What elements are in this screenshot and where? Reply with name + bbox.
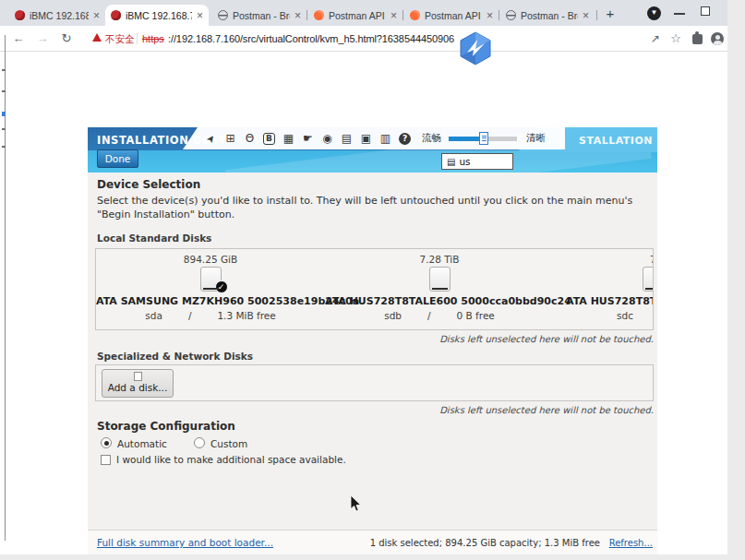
radio-custom[interactable] bbox=[194, 437, 205, 448]
radio-automatic[interactable] bbox=[101, 437, 112, 448]
profile-avatar[interactable] bbox=[711, 32, 724, 45]
combo-key-icon[interactable]: ▦ bbox=[281, 131, 296, 147]
additional-space-label[interactable]: I would like to make additional space av… bbox=[116, 454, 346, 465]
edge-tick bbox=[2, 90, 6, 92]
disk-device: sda bbox=[145, 310, 162, 321]
tab-strip: iBMC 192.168.7.16 × iBMC 192.168.7.16 × … bbox=[0, 0, 727, 26]
security-warning-label: 不安全 bbox=[105, 26, 135, 52]
mouse-cursor bbox=[350, 495, 361, 516]
postman-favicon bbox=[314, 10, 324, 20]
storage-configuration-heading: Storage Configuration bbox=[97, 420, 235, 433]
add-disk-icon bbox=[134, 372, 142, 381]
globe-favicon bbox=[506, 10, 516, 20]
virtual-keyboard-icon[interactable]: ▥ bbox=[378, 131, 393, 147]
reload-icon[interactable]: ↻ bbox=[59, 26, 74, 52]
refresh-link[interactable]: Refresh... bbox=[609, 538, 653, 548]
help-icon[interactable]: ? bbox=[399, 133, 411, 145]
window-minimize-button[interactable] bbox=[674, 13, 685, 15]
disk-name: ATA HUS728T8TAL bbox=[554, 295, 654, 307]
additional-space-option: I would like to make additional space av… bbox=[101, 454, 346, 465]
globe-favicon bbox=[218, 10, 228, 20]
tab-close-icon[interactable]: × bbox=[487, 9, 493, 22]
tab-close-icon[interactable]: × bbox=[294, 9, 301, 22]
address-bar[interactable]: ← → ↻ 不安全 https ://192.168.7.160/src/vir… bbox=[0, 26, 727, 52]
disk-icon bbox=[643, 267, 654, 292]
edge-tick bbox=[2, 128, 6, 130]
record-icon[interactable]: ▣ bbox=[358, 131, 374, 147]
pin-icon[interactable]: ➤ bbox=[200, 127, 222, 149]
unselected-disks-note: Disks left unselected here will not be t… bbox=[439, 405, 654, 415]
disk-sdb[interactable]: 7.28 TiB ATA HUS728T8TALE600 5000cca0bbd… bbox=[325, 249, 554, 329]
desktop: iBMC 192.168.7.16 × iBMC 192.168.7.16 × … bbox=[0, 0, 745, 560]
tab-label: iBMC 192.168.7.16 bbox=[126, 10, 192, 21]
network-disks-heading: Specialized & Network Disks bbox=[97, 351, 253, 362]
additional-space-checkbox[interactable] bbox=[101, 455, 111, 465]
tab-label: Postman - Browse bbox=[521, 10, 578, 21]
quality-slider[interactable] bbox=[449, 137, 517, 141]
slider-sharp-label: 清晰 bbox=[526, 132, 546, 145]
fullscreen-icon[interactable]: ⊞ bbox=[222, 131, 238, 147]
tab-label: Postman API Platfo bbox=[329, 10, 386, 21]
done-button[interactable]: Done bbox=[97, 149, 138, 168]
tab-separator bbox=[403, 10, 403, 20]
keyboard-layout-indicator[interactable]: ▤ us bbox=[441, 153, 513, 170]
radio-automatic-label[interactable]: Automatic bbox=[117, 438, 167, 449]
quality-slider-handle[interactable] bbox=[479, 132, 488, 145]
address-separator bbox=[137, 33, 138, 44]
device-selection-description: Select the device(s) you'd like to insta… bbox=[97, 194, 647, 221]
tab-close-icon[interactable]: × bbox=[583, 9, 589, 22]
disk-sdc[interactable]: 7 ATA HUS728T8TAL sdc bbox=[554, 249, 654, 329]
url-text[interactable]: ://192.168.7.160/src/virtualControl/kvm_… bbox=[168, 26, 454, 52]
disk-mount: / bbox=[427, 310, 431, 321]
ibmc-favicon bbox=[111, 10, 121, 20]
cdrom-icon[interactable]: ◉ bbox=[319, 131, 335, 147]
add-disk-label: Add a disk... bbox=[102, 382, 173, 393]
anaconda-installer: INSTALLATION DEST STALLATION ➤ ⊞ Θ B ▦ ☛… bbox=[88, 127, 657, 554]
tab-close-icon[interactable]: × bbox=[93, 9, 100, 22]
forward-icon[interactable]: → bbox=[35, 26, 50, 52]
mouse-sync-icon[interactable]: ☛ bbox=[300, 131, 316, 147]
add-disk-button[interactable]: Add a disk... bbox=[102, 369, 174, 398]
slider-smooth-label: 流畅 bbox=[422, 132, 441, 145]
tab-postman-api-2[interactable]: Postman API Platfo × bbox=[404, 5, 499, 26]
tab-ibmc-1[interactable]: iBMC 192.168.7.16 × bbox=[9, 5, 105, 26]
new-tab-button[interactable]: + bbox=[602, 6, 619, 22]
tab-close-icon[interactable]: × bbox=[197, 9, 203, 22]
power-icon[interactable]: Θ bbox=[242, 131, 258, 147]
window-maximize-button[interactable] bbox=[701, 6, 710, 16]
security-warning-icon[interactable] bbox=[92, 33, 102, 42]
tab-close-icon[interactable]: × bbox=[391, 9, 397, 22]
disk-icon bbox=[429, 267, 451, 292]
tab-ibmc-2-active[interactable]: iBMC 192.168.7.16 × bbox=[105, 5, 209, 26]
local-disks-panel: 894.25 GiB ✓ ATA SAMSUNG MZ7KH960 500253… bbox=[95, 248, 654, 330]
disk-sda[interactable]: 894.25 GiB ✓ ATA SAMSUNG MZ7KH960 500253… bbox=[96, 249, 325, 329]
disk-details: sda / 1.3 MiB free bbox=[96, 310, 325, 321]
full-disk-summary-link[interactable]: Full disk summary and boot loader... bbox=[97, 537, 273, 548]
disk-mount: / bbox=[188, 310, 192, 321]
tab-label: Postman API Platfo bbox=[425, 10, 482, 21]
disk-details: sdc bbox=[554, 310, 654, 321]
browser-update-icon[interactable]: ▼ bbox=[647, 6, 661, 20]
disk-free: 0 B free bbox=[457, 310, 495, 321]
edge-tick bbox=[2, 112, 6, 116]
url-protocol: https bbox=[142, 26, 164, 52]
floppy-icon[interactable]: ▤ bbox=[339, 131, 354, 147]
tab-postman-api-1[interactable]: Postman API Platfo × bbox=[308, 5, 403, 26]
selection-status: 1 disk selected; 894.25 GiB capacity; 1.… bbox=[370, 538, 600, 548]
bookmark-star-icon[interactable]: ☆ bbox=[668, 26, 683, 52]
ibmc-favicon bbox=[15, 10, 25, 20]
keyboard-layout-icon: ▤ bbox=[447, 157, 455, 167]
back-icon[interactable]: ← bbox=[11, 26, 26, 52]
disk-size: 7.28 TiB bbox=[325, 254, 554, 265]
radio-custom-label[interactable]: Custom bbox=[210, 438, 247, 449]
keyboard-b-icon[interactable]: B bbox=[263, 133, 275, 145]
tab-separator bbox=[596, 10, 597, 20]
disk-free: 1.3 MiB free bbox=[217, 310, 275, 321]
tab-postman-browse-1[interactable]: Postman - Browse × bbox=[212, 5, 306, 26]
share-icon[interactable]: ↗ bbox=[648, 26, 663, 52]
postman-favicon bbox=[410, 10, 420, 20]
tab-postman-browse-2[interactable]: Postman - Browse × bbox=[500, 5, 595, 26]
disk-device: sdb bbox=[384, 310, 402, 321]
kvm-app-logo bbox=[457, 31, 494, 69]
extensions-icon[interactable] bbox=[692, 34, 703, 44]
